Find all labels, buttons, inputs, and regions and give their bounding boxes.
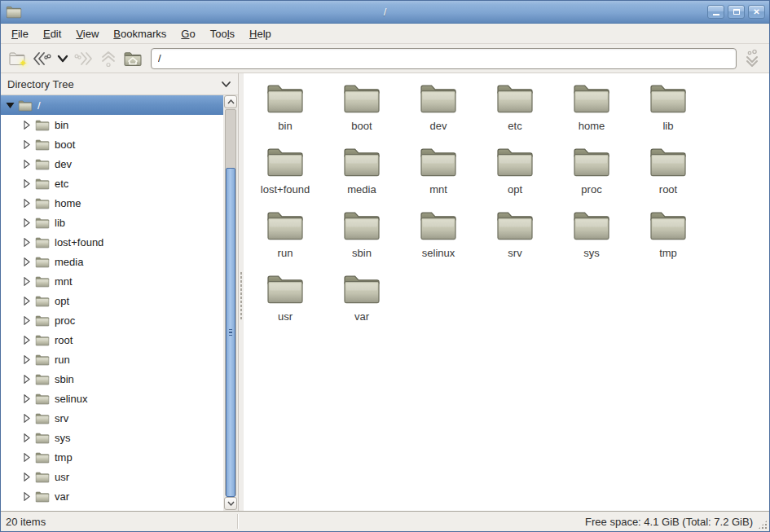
folder-srv[interactable]: srv — [477, 209, 553, 272]
folder-mnt[interactable]: mnt — [400, 145, 477, 209]
folder-icon — [35, 275, 50, 288]
minimize-button[interactable] — [707, 5, 724, 19]
back-button[interactable] — [30, 47, 53, 70]
arrow-down-icon — [227, 501, 235, 506]
tree-item-selinux[interactable]: selinux — [1, 389, 223, 408]
expander-closed-icon[interactable] — [22, 237, 32, 247]
folder-run[interactable]: run — [247, 209, 323, 272]
expander-open-icon[interactable] — [5, 100, 15, 110]
tree-item-var[interactable]: var — [1, 486, 223, 506]
tree-scrollbar[interactable] — [223, 95, 238, 511]
menu-view[interactable]: View — [68, 25, 106, 42]
folder-lib[interactable]: lib — [630, 81, 706, 145]
tree-item-root[interactable]: root — [1, 330, 223, 350]
scroll-down-button[interactable] — [224, 497, 237, 510]
folder-icon — [35, 314, 50, 327]
folder-icon — [35, 178, 50, 190]
folder-selinux[interactable]: selinux — [400, 209, 477, 272]
expander-closed-icon[interactable] — [22, 315, 32, 325]
tree-item-proc[interactable]: proc — [1, 310, 223, 330]
tree-item-dev[interactable]: dev — [1, 154, 223, 174]
tree-item-sys[interactable]: sys — [1, 428, 223, 447]
tree-item-bin[interactable]: bin — [1, 115, 223, 134]
folder-home[interactable]: home — [553, 81, 630, 145]
expander-closed-icon[interactable] — [22, 472, 32, 481]
jump-to-button[interactable] — [741, 47, 764, 70]
tree-item-home[interactable]: home — [1, 193, 223, 213]
folder-sbin[interactable]: sbin — [323, 209, 400, 272]
new-tab-button[interactable]: ✦ — [6, 47, 29, 70]
tree-item-media[interactable]: media — [1, 252, 223, 271]
expander-closed-icon[interactable] — [22, 335, 32, 345]
tree-item-mnt[interactable]: mnt — [1, 271, 223, 291]
folder-root[interactable]: root — [630, 145, 706, 209]
directory-tree: /binbootdevetchomeliblost+foundmediamnto… — [1, 95, 223, 511]
tree-item-root[interactable]: / — [1, 95, 223, 115]
menu-file[interactable]: File — [4, 25, 36, 42]
jump-to-icon — [742, 48, 763, 69]
folder-opt[interactable]: opt — [477, 145, 553, 209]
tree-item-tmp[interactable]: tmp — [1, 447, 223, 467]
folder-icon — [35, 158, 50, 170]
expander-closed-icon[interactable] — [22, 257, 32, 266]
expander-closed-icon[interactable] — [22, 413, 32, 423]
forward-button[interactable] — [73, 47, 95, 70]
menu-help[interactable]: Help — [242, 25, 279, 42]
folder-var[interactable]: var — [323, 272, 400, 336]
close-button[interactable]: ✕ — [748, 5, 765, 19]
tree-item-run[interactable]: run — [1, 350, 223, 369]
expander-closed-icon[interactable] — [22, 276, 32, 286]
side-pane-mode-selector[interactable]: Directory Tree — [1, 73, 238, 95]
folder-icon — [419, 145, 458, 178]
scroll-up-button[interactable] — [224, 95, 237, 108]
folder-lost+found[interactable]: lost+found — [247, 145, 323, 209]
menu-go[interactable]: Go — [174, 25, 202, 42]
folder-etc[interactable]: etc — [477, 81, 553, 145]
folder-sys[interactable]: sys — [553, 209, 630, 272]
menu-tools[interactable]: Tools — [203, 25, 242, 42]
folder-icon — [419, 81, 458, 114]
expander-closed-icon[interactable] — [22, 178, 32, 188]
expander-closed-icon[interactable] — [22, 354, 32, 364]
expander-closed-icon[interactable] — [22, 374, 32, 384]
expander-closed-icon[interactable] — [22, 394, 32, 403]
folder-label: usr — [278, 310, 293, 323]
tree-item-etc[interactable]: etc — [1, 174, 223, 193]
folder-proc[interactable]: proc — [553, 145, 630, 209]
tree-item-opt[interactable]: opt — [1, 291, 223, 310]
scrollbar-thumb[interactable] — [226, 168, 235, 497]
expander-closed-icon[interactable] — [22, 433, 32, 442]
maximize-button[interactable] — [728, 5, 745, 19]
back-history-dropdown[interactable] — [55, 47, 71, 70]
folder-usr[interactable]: usr — [247, 272, 323, 336]
expander-closed-icon[interactable] — [22, 139, 32, 149]
expander-closed-icon[interactable] — [22, 120, 32, 130]
scrollbar-trough[interactable] — [225, 109, 236, 496]
folder-label: bin — [278, 120, 292, 132]
tree-item-boot[interactable]: boot — [1, 134, 223, 154]
menubar: FileEditViewBookmarksGoToolsHelp — [1, 24, 769, 44]
folder-bin[interactable]: bin — [247, 81, 323, 145]
home-button[interactable] — [121, 47, 144, 70]
expander-closed-icon[interactable] — [22, 296, 32, 306]
menu-bookmarks[interactable]: Bookmarks — [106, 25, 174, 42]
path-input[interactable] — [151, 48, 737, 69]
expander-closed-icon[interactable] — [22, 198, 32, 208]
folder-icon — [649, 145, 688, 178]
titlebar: / ✕ — [1, 1, 769, 24]
tree-item-usr[interactable]: usr — [1, 467, 223, 486]
tree-item-sbin[interactable]: sbin — [1, 369, 223, 389]
expander-closed-icon[interactable] — [22, 452, 32, 462]
folder-media[interactable]: media — [323, 145, 400, 209]
expander-closed-icon[interactable] — [22, 159, 32, 169]
folder-dev[interactable]: dev — [400, 81, 477, 145]
expander-closed-icon[interactable] — [22, 491, 32, 501]
tree-item-lost+found[interactable]: lost+found — [1, 232, 223, 252]
up-button[interactable] — [97, 47, 120, 70]
expander-closed-icon[interactable] — [22, 218, 32, 227]
folder-tmp[interactable]: tmp — [630, 209, 706, 272]
menu-edit[interactable]: Edit — [36, 25, 68, 42]
folder-boot[interactable]: boot — [323, 81, 400, 145]
tree-item-srv[interactable]: srv — [1, 408, 223, 428]
tree-item-lib[interactable]: lib — [1, 213, 223, 232]
